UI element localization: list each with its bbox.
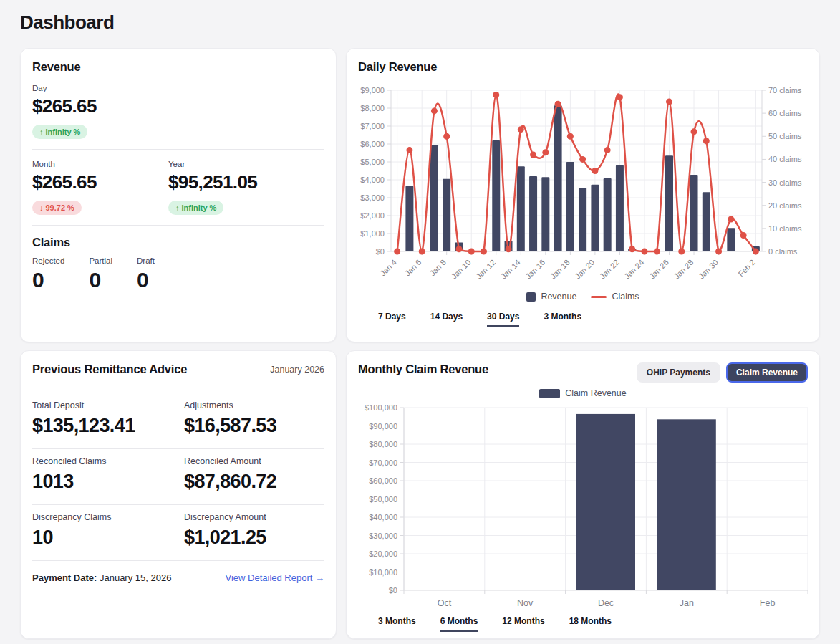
remittance-period: January 2026: [270, 362, 324, 375]
remittance-card: Previous Remittance Advice January 2026 …: [20, 350, 337, 639]
svg-text:$50,000: $50,000: [369, 495, 397, 504]
svg-text:Jan 14: Jan 14: [499, 258, 522, 281]
revenue-day-label: Day: [32, 84, 324, 92]
svg-text:$1,000: $1,000: [360, 229, 385, 238]
svg-text:$90,000: $90,000: [369, 422, 397, 431]
svg-text:60 claims: 60 claims: [768, 109, 802, 117]
reconciled-amount-value: $87,860.72: [184, 471, 324, 493]
revenue-month-year-row: Month $265.65 ↓ 99.72 % Year $95,251.05 …: [32, 160, 324, 215]
tab-3-months[interactable]: 3 Months: [544, 312, 581, 327]
svg-text:Jan 30: Jan 30: [697, 258, 720, 281]
tab-6-months[interactable]: 6 Months: [440, 616, 478, 632]
legend-claims-label: Claims: [612, 292, 639, 302]
svg-text:Jan 24: Jan 24: [623, 258, 646, 281]
svg-text:Jan 6: Jan 6: [403, 258, 423, 278]
svg-text:Jan 16: Jan 16: [523, 258, 546, 281]
svg-text:$80,000: $80,000: [369, 440, 397, 448]
legend-item-claim-revenue[interactable]: Claim Revenue: [539, 388, 626, 398]
tab-30-days[interactable]: 30 Days: [487, 312, 519, 327]
legend-claim-revenue-label: Claim Revenue: [565, 388, 626, 398]
svg-text:$10,000: $10,000: [369, 568, 397, 577]
remittance-title: Previous Remittance Advice: [32, 362, 187, 376]
revenue-month-badge-text: 99.72 %: [46, 203, 74, 212]
total-deposit-label: Total Deposit: [32, 400, 184, 410]
dashboard-grid: Revenue Day $265.65 ↑ Infinity % Month $…: [20, 48, 820, 639]
revenue-day-badge-text: Infinity %: [46, 128, 81, 136]
discrepancy-claims-label: Discrepancy Claims: [32, 512, 184, 522]
payment-date-label: Payment Date:: [32, 572, 97, 583]
svg-text:Feb 2: Feb 2: [736, 258, 756, 278]
remittance-row-deposit: Total Deposit $135,123.41 Adjustments $1…: [32, 393, 324, 448]
svg-text:Feb: Feb: [760, 598, 776, 608]
view-detailed-report-link[interactable]: View Detailed Report →: [226, 572, 325, 583]
page-title: Dashboard: [20, 11, 820, 34]
tab-7-days[interactable]: 7 Days: [378, 312, 406, 327]
remittance-row-discrepancy: Discrepancy Claims 10 Discrepancy Amount…: [32, 505, 324, 560]
claims-draft-value: 0: [137, 268, 155, 292]
tab-18-months[interactable]: 18 Months: [569, 616, 612, 632]
svg-text:$70,000: $70,000: [369, 458, 397, 467]
revenue-month-label: Month: [32, 160, 168, 168]
remittance-header: Previous Remittance Advice January 2026: [32, 362, 324, 376]
svg-text:Jan 18: Jan 18: [549, 258, 571, 281]
arrow-up-icon: ↑: [39, 128, 44, 136]
discrepancy-claims-value: 10: [32, 527, 184, 549]
claim-revenue-bar-swatch-icon: [539, 389, 560, 398]
svg-text:$0: $0: [389, 586, 397, 595]
daily-chart-legend: Revenue Claims: [358, 292, 808, 302]
svg-text:Jan 10: Jan 10: [450, 258, 473, 281]
reconciled-claims-label: Reconciled Claims: [32, 456, 184, 466]
svg-text:$3,000: $3,000: [360, 193, 385, 202]
claims-line-swatch-icon: [591, 296, 607, 298]
discrepancy-amount-stat: Discrepancy Amount $1,021.25: [184, 512, 324, 549]
tab-3-months[interactable]: 3 Months: [378, 616, 416, 632]
divider: [32, 149, 324, 150]
reconciled-amount-label: Reconciled Amount: [184, 456, 324, 466]
svg-text:$40,000: $40,000: [369, 513, 397, 522]
legend-item-revenue[interactable]: Revenue: [526, 292, 576, 302]
svg-text:Jan 28: Jan 28: [672, 258, 695, 281]
svg-text:$6,000: $6,000: [360, 140, 385, 148]
daily-revenue-card: Daily Revenue $0$1,000$2,000$3,000$4,000…: [346, 48, 820, 342]
svg-text:Jan: Jan: [680, 598, 694, 608]
svg-text:Oct: Oct: [438, 598, 452, 608]
svg-text:$9,000: $9,000: [360, 86, 385, 95]
legend-revenue-label: Revenue: [541, 292, 576, 302]
tab-12-months[interactable]: 12 Months: [502, 616, 544, 632]
ohip-payments-button[interactable]: OHIP Payments: [637, 362, 720, 383]
svg-text:Jan 8: Jan 8: [428, 258, 448, 278]
svg-text:10 claims: 10 claims: [768, 224, 802, 233]
svg-text:70 claims: 70 claims: [768, 86, 802, 95]
daily-revenue-chart[interactable]: $0$1,000$2,000$3,000$4,000$5,000$6,000$7…: [358, 81, 809, 290]
revenue-year-badge-text: Infinity %: [182, 203, 217, 212]
monthly-claim-revenue-card: Monthly Claim Revenue OHIP Payments Clai…: [346, 350, 820, 639]
svg-text:$0: $0: [376, 247, 385, 256]
revenue-month-stat: Month $265.65 ↓ 99.72 %: [32, 160, 168, 215]
revenue-day-stat: Day $265.65 ↑ Infinity %: [32, 84, 324, 139]
svg-text:20 claims: 20 claims: [768, 201, 802, 210]
payment-date-value: January 15, 2026: [100, 572, 171, 583]
monthly-range-tabs: 3 Months 6 Months 12 Months 18 Months: [378, 616, 808, 632]
svg-text:Jan 26: Jan 26: [647, 258, 670, 281]
legend-item-claims[interactable]: Claims: [591, 292, 639, 302]
claims-rejected-stat: Rejected 0: [32, 256, 64, 292]
claims-row: Rejected 0 Partial 0 Draft 0: [32, 256, 324, 292]
revenue-day-value: $265.65: [32, 95, 324, 117]
svg-text:Jan 4: Jan 4: [379, 258, 399, 278]
discrepancy-amount-label: Discrepancy Amount: [184, 512, 324, 522]
claim-revenue-button[interactable]: Claim Revenue: [726, 362, 808, 383]
monthly-header: Monthly Claim Revenue OHIP Payments Clai…: [358, 362, 808, 383]
claims-draft-stat: Draft 0: [137, 256, 155, 292]
tab-14-days[interactable]: 14 Days: [430, 312, 463, 327]
svg-text:$8,000: $8,000: [360, 104, 385, 112]
adjustments-stat: Adjustments $16,587.53: [184, 400, 324, 437]
payment-date: Payment Date: January 15, 2026: [32, 572, 171, 583]
svg-text:40 claims: 40 claims: [768, 155, 802, 163]
monthly-claim-revenue-chart[interactable]: $0$10,000$20,000$30,000$40,000$50,000$60…: [358, 401, 809, 610]
svg-text:$7,000: $7,000: [360, 122, 385, 130]
arrow-up-icon: ↑: [175, 203, 180, 212]
revenue-month-badge: ↓ 99.72 %: [32, 201, 82, 215]
divider: [32, 225, 324, 226]
reconciled-claims-value: 1013: [32, 471, 184, 493]
revenue-year-label: Year: [168, 160, 324, 168]
